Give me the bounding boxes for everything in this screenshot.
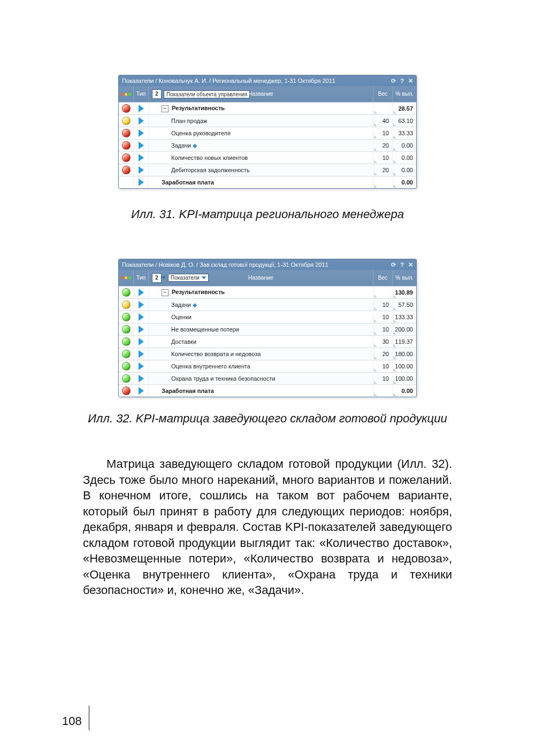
table-row[interactable]: Оценки10133.33 [119, 311, 416, 323]
type-cell [134, 164, 149, 176]
row-label: Задачи [171, 302, 191, 308]
type-cell [134, 127, 149, 139]
kpi-window-2: Показатели / Новіков Д. О. / Зав.склад г… [118, 259, 417, 397]
row-label: Результативность [172, 105, 225, 111]
table-row[interactable]: Не возмещенные потери10200.00 [119, 323, 416, 335]
name-cell: −Результативность [149, 102, 373, 114]
pct-cell: 0.00 [393, 176, 416, 188]
level-input[interactable]: 2 [152, 273, 162, 283]
table-row[interactable]: Охрана труда и техника безопасности10100… [119, 372, 416, 384]
window-titlebar: Показатели / Новіков Д. О. / Зав.склад г… [119, 259, 416, 270]
collapse-icon[interactable]: − [162, 105, 169, 112]
type-cell [134, 298, 149, 311]
row-label: Дебиторская задолженность [171, 167, 250, 173]
play-icon [139, 179, 144, 186]
yellow-status-icon [122, 300, 131, 309]
level-input[interactable]: 2 [152, 89, 162, 99]
row-label: Оценка руководителя [171, 130, 231, 136]
refresh-icon[interactable]: ⟳ [391, 78, 396, 84]
pct-cell: 100.00 [393, 360, 416, 372]
refresh-icon[interactable]: ⟳ [391, 261, 396, 268]
type-header: Тип [134, 270, 149, 286]
pct-cell: 100.00 [393, 372, 416, 384]
green-status-icon [122, 350, 131, 358]
table-row[interactable]: Оценка руководителя1033.33 [119, 127, 416, 139]
table-row[interactable]: Заработная плата0.00 [119, 176, 416, 188]
row-label: Охрана труда и техника безопасности [171, 375, 276, 382]
name-cell: Дебиторская задолженность [149, 164, 373, 176]
green-status-icon [122, 325, 131, 334]
task-marker-icon: ◆ [191, 142, 197, 149]
type-cell [134, 335, 149, 348]
close-icon[interactable]: ✕ [408, 78, 413, 84]
weight-cell: 10 [373, 151, 393, 164]
type-cell [134, 286, 149, 298]
table-row[interactable]: Количество новых клиентов100.00 [119, 151, 416, 164]
weight-cell: 10 [373, 360, 393, 372]
table-row[interactable]: Количество возврата и недовоза20180.00 [119, 348, 416, 360]
table-row[interactable]: Оценка внутреннего клиента10100.00 [119, 360, 416, 372]
status-cell [119, 372, 134, 384]
pct-cell: 33.33 [393, 127, 416, 139]
status-header [119, 86, 134, 102]
page-number: 108 [62, 714, 82, 728]
close-icon[interactable]: ✕ [408, 261, 413, 268]
table-row[interactable]: −Результативность130.89 [119, 286, 416, 298]
table-row[interactable]: Заработная плата0.00 [119, 384, 416, 397]
kpi-window-1: Показатели / Коновальчук А. И. / Региона… [118, 75, 417, 189]
status-cell [119, 151, 134, 164]
red-status-icon [122, 129, 131, 137]
collapse-icon[interactable]: − [162, 289, 169, 296]
window-title: Показатели / Новіков Д. О. / Зав.склад г… [122, 261, 328, 268]
play-icon [139, 338, 144, 345]
name-cell: Задачи ◆ [149, 298, 373, 311]
view-dropdown[interactable]: Показатели объекта управления [164, 90, 250, 98]
play-icon [139, 117, 144, 125]
name-cell: Заработная плата [149, 384, 373, 397]
status-cell [119, 127, 134, 139]
help-icon[interactable]: ? [400, 78, 404, 84]
play-icon [139, 313, 144, 321]
table-row[interactable]: −Результативность28.57 [119, 102, 416, 114]
pct-cell: 0.00 [393, 139, 416, 151]
body-paragraph: Матрица заведующего складом готовой прод… [83, 456, 452, 598]
name-cell: Не возмещенные потери [149, 323, 373, 335]
pct-cell: 200.00 [393, 323, 416, 335]
table-row[interactable]: Доставки30119.37 [119, 335, 416, 348]
red-status-icon [122, 153, 131, 162]
pct-cell: 133.33 [393, 311, 416, 323]
status-cell [119, 164, 134, 176]
red-status-icon [122, 104, 131, 113]
table-row[interactable]: План продаж4063.10 [119, 114, 416, 127]
pct-cell: 28.57 [393, 102, 416, 114]
status-cell [119, 335, 134, 348]
chevron-down-icon[interactable] [162, 276, 166, 279]
weight-cell: 30 [373, 335, 393, 348]
help-icon[interactable]: ? [400, 261, 404, 268]
type-cell [134, 139, 149, 151]
status-cell [119, 384, 134, 397]
table-row[interactable]: Задачи ◆200.00 [119, 139, 416, 151]
column-headers: Тип 2 Показатели объекта управления Назв… [119, 86, 416, 102]
status-header [119, 270, 134, 286]
weight-cell: 40 [373, 114, 393, 127]
row-label: Количество возврата и недовоза [171, 351, 261, 357]
weight-cell: 10 [373, 372, 393, 384]
table-row[interactable]: Дебиторская задолженность200.00 [119, 164, 416, 176]
weight-cell [373, 384, 393, 397]
type-cell [134, 102, 149, 114]
play-icon [139, 105, 144, 112]
green-status-icon [122, 288, 131, 297]
weight-cell: 10 [373, 323, 393, 335]
weight-header: Вес [373, 86, 393, 102]
row-label: Задачи [171, 142, 191, 149]
status-cell [119, 311, 134, 323]
view-dropdown[interactable]: Показатели [168, 274, 209, 282]
pct-header: % вып. [393, 86, 416, 102]
row-label: Оценка внутреннего клиента [171, 363, 250, 369]
table-row[interactable]: Задачи ◆1057.50 [119, 298, 416, 311]
type-cell [134, 323, 149, 335]
name-cell: Охрана труда и техника безопасности [149, 372, 373, 384]
name-cell: Оценки [149, 311, 373, 323]
name-header: 2 Показатели Название [149, 270, 373, 286]
